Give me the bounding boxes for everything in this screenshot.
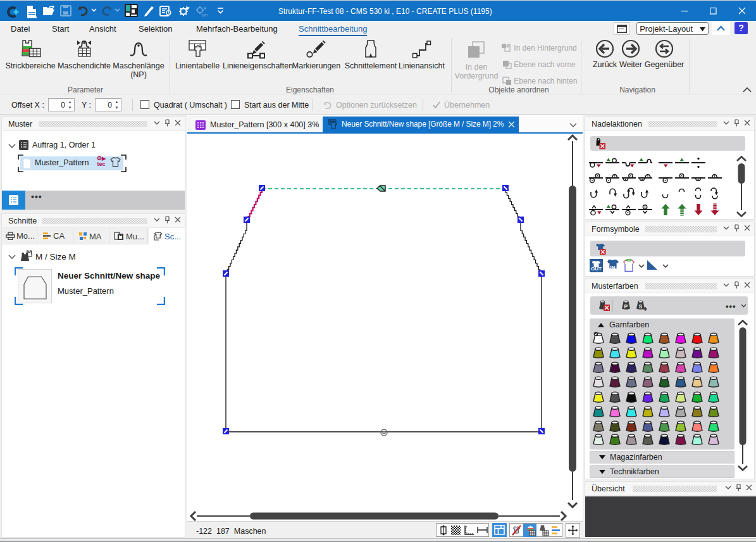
svg-text:S: S [639,303,643,310]
svg-text:sin: sin [201,12,208,17]
svg-text:P: P [624,303,628,310]
